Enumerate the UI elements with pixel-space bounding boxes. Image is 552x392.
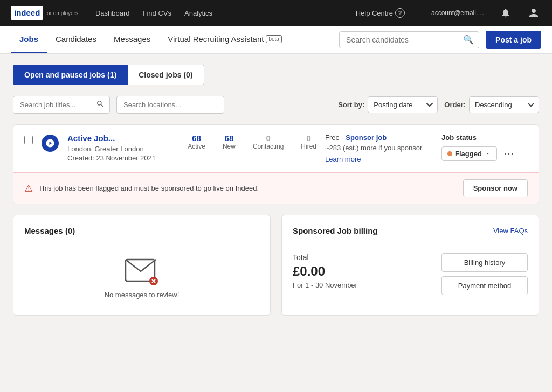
order-label: Order:	[444, 101, 466, 109]
flag-icon: ⚠	[24, 183, 33, 194]
account-area: account@email.com	[431, 9, 485, 17]
nav-divider	[418, 6, 418, 19]
stat-new-value[interactable]: 68	[223, 134, 236, 143]
job-card-main: Active Job... London, Greater London Cre…	[13, 125, 539, 172]
order-wrap: Order: Descending	[444, 96, 539, 113]
indeed-logo: indeed	[11, 6, 43, 20]
stat-active-label: Active	[188, 143, 205, 150]
job-title[interactable]: Active Job...	[67, 134, 168, 143]
billing-history-button[interactable]: Billing history	[441, 253, 528, 272]
account-email: account@email.com	[431, 9, 485, 17]
job-created: Created: 23 November 2021	[67, 154, 168, 162]
filter-row: Sort by: Posting date Order: Descending	[13, 96, 539, 114]
sub-navigation: Jobs Candidates Messages Virtual Recruit…	[0, 26, 552, 54]
status-value: Flagged	[455, 150, 482, 158]
view-faqs-link[interactable]: View FAQs	[493, 227, 528, 235]
stat-hired-value: 0	[301, 134, 316, 143]
status-badge[interactable]: Flagged	[441, 146, 497, 161]
nav-analytics[interactable]: Analytics	[184, 9, 212, 17]
logo[interactable]: indeed for employers	[11, 6, 78, 20]
job-title-search-wrap	[13, 96, 110, 114]
stat-active-value[interactable]: 68	[188, 134, 205, 143]
beta-badge: beta	[266, 35, 281, 43]
search-bar-area: 🔍 Post a job	[339, 31, 541, 49]
help-centre-link[interactable]: Help Centre ?	[356, 8, 405, 18]
job-title-search-input[interactable]	[13, 96, 110, 114]
bottom-row: Messages (0) No messages to review!	[13, 215, 539, 316]
sponsor-estimate: ~283 (est.) more if you sponsor.	[325, 144, 433, 152]
stat-contacting-label: Contacting	[253, 143, 284, 150]
job-status-row: Flagged ⋯	[441, 146, 516, 161]
job-icon	[42, 135, 59, 152]
billing-title: Sponsored Job billing	[293, 226, 378, 235]
billing-period: For 1 - 30 November	[293, 281, 431, 289]
account-icon[interactable]	[526, 5, 541, 20]
stat-active: 68 Active	[188, 134, 205, 150]
location-search-input[interactable]	[116, 96, 224, 114]
search-candidates-wrap: 🔍	[339, 31, 479, 48]
status-dot	[447, 151, 452, 156]
billing-amount: £0.00	[293, 264, 431, 279]
stat-new: 68 New	[223, 134, 236, 150]
stat-contacting-value: 0	[253, 134, 284, 143]
top-navigation: indeed for employers Dashboard Find CVs …	[0, 0, 552, 26]
help-icon: ?	[395, 8, 405, 18]
messages-empty: No messages to review!	[24, 248, 259, 304]
no-messages-text: No messages to review!	[105, 291, 180, 299]
messages-card: Messages (0) No messages to review!	[13, 215, 271, 316]
job-sponsor-area: Free - Sponsor job ~283 (est.) more if y…	[325, 134, 433, 164]
job-checkbox[interactable]	[24, 136, 33, 144]
flag-message: This job has been flagged and must be sp…	[38, 184, 458, 192]
more-options-button[interactable]: ⋯	[501, 146, 516, 161]
notifications-bell[interactable]	[498, 5, 513, 20]
sort-select[interactable]: Posting date	[368, 96, 438, 113]
sponsor-now-button[interactable]: Sponsor now	[463, 179, 528, 197]
search-candidates-icon: 🔍	[463, 34, 474, 45]
sort-wrap: Sort by: Posting date	[338, 96, 438, 113]
envelope-icon	[125, 258, 159, 286]
order-select[interactable]: Descending	[469, 96, 539, 113]
tab-candidates[interactable]: Candidates	[47, 26, 105, 53]
stat-hired-label: Hired	[301, 143, 316, 150]
tab-jobs[interactable]: Jobs	[11, 26, 47, 53]
logo-subtitle: for employers	[45, 10, 78, 16]
job-status-label: Job status	[441, 134, 477, 142]
billing-divider	[293, 244, 528, 244]
job-location: London, Greater London	[67, 145, 168, 153]
post-job-button[interactable]: Post a job	[486, 31, 541, 49]
sponsor-free-text: Free - Sponsor job	[325, 134, 433, 142]
learn-more-link[interactable]: Learn more	[325, 155, 361, 163]
payment-method-button[interactable]: Payment method	[441, 276, 528, 295]
title-search-icon	[96, 100, 105, 110]
billing-right: Billing history Payment method	[441, 253, 528, 295]
job-stats: 68 Active 68 New 0 Contacting 0 Hired	[188, 134, 316, 150]
closed-jobs-tab[interactable]: Closed jobs (0)	[128, 65, 204, 85]
main-content: Open and paused jobs (1) Closed jobs (0)…	[0, 54, 552, 326]
stat-contacting: 0 Contacting	[253, 134, 284, 150]
stat-new-label: New	[223, 143, 236, 150]
nav-find-cvs[interactable]: Find CVs	[143, 9, 171, 17]
billing-total-label: Total	[293, 253, 431, 262]
billing-content-row: Total £0.00 For 1 - 30 November Billing …	[293, 253, 528, 298]
flag-banner: ⚠ This job has been flagged and must be …	[13, 172, 539, 204]
sub-nav-tabs: Jobs Candidates Messages Virtual Recruit…	[11, 26, 339, 53]
tab-vra[interactable]: Virtual Recruiting Assistant beta	[159, 26, 291, 53]
messages-title: Messages (0)	[24, 226, 259, 241]
search-candidates-input[interactable]	[339, 31, 479, 48]
tab-messages[interactable]: Messages	[105, 26, 159, 53]
nav-dashboard[interactable]: Dashboard	[95, 9, 130, 17]
job-info: Active Job... London, Greater London Cre…	[67, 134, 168, 163]
sponsor-job-link[interactable]: Sponsor job	[346, 134, 387, 142]
billing-header: Sponsored Job billing View FAQs	[293, 226, 528, 235]
sort-label: Sort by:	[338, 101, 364, 109]
open-jobs-tab[interactable]: Open and paused jobs (1)	[13, 65, 128, 85]
job-card: Active Job... London, Greater London Cre…	[13, 124, 539, 204]
billing-card: Sponsored Job billing View FAQs Total £0…	[281, 215, 539, 316]
stat-hired: 0 Hired	[301, 134, 316, 150]
job-status-area: Job status Flagged ⋯	[441, 134, 528, 161]
billing-left: Total £0.00 For 1 - 30 November	[293, 253, 431, 298]
jobs-tab-row: Open and paused jobs (1) Closed jobs (0)	[13, 65, 539, 85]
